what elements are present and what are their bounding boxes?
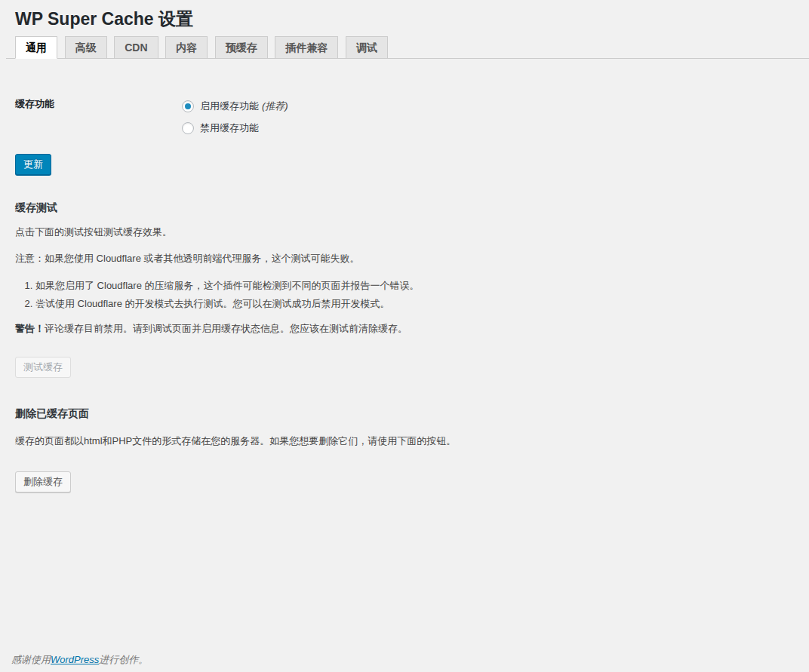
delete-button-row: 删除缓存 xyxy=(15,471,809,492)
radio-option-enable-caching[interactable]: 启用缓存功能 (推荐) xyxy=(182,95,809,117)
test-button-row: 测试缓存 xyxy=(15,357,809,378)
cloudflare-tips-list: 如果您启用了 Cloudflare 的压缩服务，这个插件可能检测到不同的页面并报… xyxy=(15,277,809,313)
recommended-note: (推荐) xyxy=(262,100,288,113)
tab-debug[interactable]: 调试 xyxy=(346,36,388,58)
caching-radio-group: 启用缓存功能 (推荐) 禁用缓存功能 xyxy=(182,95,809,139)
radio-disable-caching[interactable] xyxy=(182,122,194,134)
tab-advanced[interactable]: 高级 xyxy=(65,36,107,58)
caching-setting-row: 缓存功能 启用缓存功能 (推荐) 禁用缓存功能 xyxy=(15,80,809,154)
settings-tabs: 通用 高级 CDN 内容 预缓存 插件兼容 调试 xyxy=(6,32,809,59)
radio-enable-caching[interactable] xyxy=(182,100,194,112)
cache-tester-heading: 缓存测试 xyxy=(15,201,809,213)
footer-suffix: 进行创作。 xyxy=(99,654,148,665)
tab-plugins[interactable]: 插件兼容 xyxy=(275,36,338,58)
test-cache-button[interactable]: 测试缓存 xyxy=(15,357,71,378)
delete-cached-pages-heading: 删除已缓存页面 xyxy=(15,407,809,419)
tab-preload[interactable]: 预缓存 xyxy=(215,36,268,58)
tab-contents[interactable]: 内容 xyxy=(165,36,208,58)
cloudflare-note: 注意：如果您使用 Cloudflare 或者其他透明前端代理服务，这个测试可能失… xyxy=(15,252,809,265)
update-button[interactable]: 更新 xyxy=(15,154,51,175)
list-item: 尝试使用 Cloudflare 的开发模式去执行测试。您可以在测试成功后禁用开发… xyxy=(35,295,809,313)
wordpress-footer: 感谢使用WordPress进行创作。 xyxy=(11,653,148,667)
caching-setting-label: 缓存功能 xyxy=(15,95,182,139)
wordpress-link[interactable]: WordPress xyxy=(51,654,99,665)
settings-page: WP Super Cache 设置 通用 高级 CDN 内容 预缓存 插件兼容 … xyxy=(6,0,809,492)
submit-row: 更新 xyxy=(15,154,809,175)
tab-general[interactable]: 通用 xyxy=(15,36,57,59)
general-tab-content: 缓存功能 启用缓存功能 (推荐) 禁用缓存功能 更新 缓存测试 点击下面的测试按… xyxy=(6,80,809,492)
radio-option-disable-caching[interactable]: 禁用缓存功能 xyxy=(182,117,809,139)
cache-tester-intro: 点击下面的测试按钮测试缓存效果。 xyxy=(15,226,809,239)
warning-text: 评论缓存目前禁用。请到调试页面并启用缓存状态信息。您应该在测试前清除缓存。 xyxy=(45,323,408,334)
radio-disable-caching-label: 禁用缓存功能 xyxy=(200,121,259,135)
warning-label: 警告！ xyxy=(15,323,45,334)
delete-cache-description: 缓存的页面都以html和PHP文件的形式存储在您的服务器。如果您想要删除它们，请… xyxy=(15,434,809,448)
list-item: 如果您启用了 Cloudflare 的压缩服务，这个插件可能检测到不同的页面并报… xyxy=(35,277,809,295)
footer-prefix: 感谢使用 xyxy=(11,654,51,665)
comment-cache-warning: 警告！评论缓存目前禁用。请到调试页面并启用缓存状态信息。您应该在测试前清除缓存。 xyxy=(15,322,809,336)
radio-enable-caching-label: 启用缓存功能 xyxy=(200,100,259,113)
tab-cdn[interactable]: CDN xyxy=(114,36,158,58)
delete-cache-button[interactable]: 删除缓存 xyxy=(15,471,71,492)
page-title: WP Super Cache 设置 xyxy=(6,0,809,32)
